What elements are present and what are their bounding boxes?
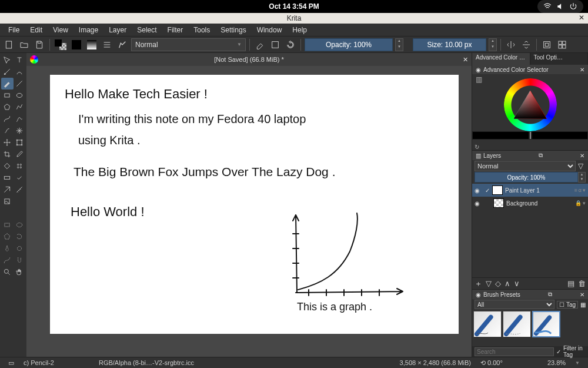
pattern-edit-tool[interactable] <box>14 160 26 172</box>
brush-preset[interactable] <box>532 311 560 337</box>
layers-float-icon[interactable]: ⧉ <box>539 152 543 159</box>
color-panel-close[interactable]: ✕ <box>580 67 584 73</box>
crop-tool[interactable] <box>1 148 14 160</box>
mirror-v-button[interactable] <box>520 38 533 51</box>
brush-close-icon[interactable]: ✕ <box>580 291 584 298</box>
free-select-tool[interactable] <box>14 231 26 243</box>
sb-zoom[interactable]: 23.8% <box>543 359 570 366</box>
lock-icon[interactable]: 🔒 <box>575 200 582 206</box>
pattern-swatch[interactable] <box>70 38 83 51</box>
preset-tag-filter[interactable]: All <box>475 300 554 309</box>
zoom-tool[interactable] <box>1 266 14 278</box>
brush-preset-button[interactable] <box>116 38 129 51</box>
visibility-icon[interactable]: ◉ <box>475 187 483 194</box>
layer-opacity-spinner[interactable]: ▲▼ <box>578 172 586 183</box>
layer-down-button[interactable]: ▽ <box>486 279 492 288</box>
window-close-button[interactable]: ✕ <box>579 14 584 22</box>
tab-close-button[interactable]: ✕ <box>463 56 468 64</box>
polygon-tool[interactable] <box>1 101 14 113</box>
opacity-spinner[interactable]: ▲▼ <box>395 38 403 51</box>
workspace-button[interactable] <box>556 38 569 51</box>
color-picker-tool[interactable] <box>14 148 26 160</box>
move-tool[interactable] <box>1 137 14 148</box>
contiguous-select-tool[interactable] <box>1 243 14 254</box>
layer-props-icon[interactable]: ≡ <box>574 187 577 193</box>
bezier-tool[interactable] <box>1 113 14 125</box>
ellipse-select-tool[interactable] <box>14 219 26 231</box>
layer-properties-button[interactable]: ▤ <box>567 279 574 288</box>
alpha-icon[interactable]: α <box>579 187 582 193</box>
duplicate-layer-button[interactable]: ◇ <box>495 279 501 288</box>
transform-tool[interactable] <box>1 54 14 66</box>
tag-button[interactable]: ☐ Tag <box>557 301 578 309</box>
fill-tool[interactable] <box>1 160 14 172</box>
menu-edit[interactable]: Edit <box>25 25 47 35</box>
mirror-h-button[interactable] <box>505 38 517 51</box>
menu-layer[interactable]: Layer <box>104 25 131 35</box>
color-history[interactable] <box>472 131 588 140</box>
multibrush-tool[interactable] <box>14 125 26 137</box>
alpha-lock-toggle[interactable] <box>269 38 282 51</box>
smart-patch-tool[interactable] <box>14 172 26 184</box>
dynamic-brush-tool[interactable] <box>1 125 14 137</box>
brush-preset[interactable] <box>503 311 531 337</box>
gradient-tool[interactable] <box>1 172 14 184</box>
tab-tool-options[interactable]: Tool Opti… <box>530 53 589 65</box>
new-file-button[interactable] <box>2 38 15 51</box>
open-file-button[interactable] <box>18 38 31 51</box>
menu-image[interactable]: Image <box>74 25 103 35</box>
fg-bg-color[interactable] <box>54 38 68 51</box>
ellipse-tool[interactable] <box>14 89 26 101</box>
menu-filter[interactable]: Filter <box>163 25 188 35</box>
layer-opacity-slider[interactable]: Opacity: 100% <box>475 172 578 183</box>
transform-selection-tool[interactable] <box>14 137 26 148</box>
layer-row[interactable]: ◉ ✓ Paint Layer 1 ≡α▾ <box>472 184 588 197</box>
preset-search-input[interactable] <box>475 347 554 356</box>
sb-selection-icon[interactable]: ▭ <box>4 359 19 367</box>
menu-help[interactable]: Help <box>288 25 312 35</box>
color-options-icon[interactable]: ▥ <box>476 75 482 84</box>
line-tool[interactable] <box>14 78 26 89</box>
gradient-swatch[interactable] <box>85 38 98 51</box>
freehand-brush-tool[interactable] <box>1 78 14 89</box>
brush-preset[interactable] <box>473 311 502 337</box>
edit-shapes-tool[interactable] <box>1 66 14 78</box>
canvas[interactable]: Hello Make Tech Easier ! I'm writing thi… <box>50 75 459 334</box>
magnetic-select-tool[interactable] <box>14 254 26 266</box>
add-layer-button[interactable]: ＋ <box>475 279 482 289</box>
menu-select[interactable]: Select <box>132 25 161 35</box>
reference-tool[interactable] <box>1 195 14 207</box>
sb-colorspace[interactable]: RGB/Alpha (8-bi…-V2-srgbtrc.icc <box>94 359 199 366</box>
freehand-path-tool[interactable] <box>14 113 26 125</box>
blend-mode-select[interactable]: Normal▼ <box>131 38 246 51</box>
menu-file[interactable]: File <box>4 25 24 35</box>
polyline-tool[interactable] <box>14 101 26 113</box>
layer-row[interactable]: ◉ Background 🔒▾ <box>472 197 588 210</box>
text-tool[interactable] <box>14 54 26 66</box>
menu-settings[interactable]: Settings <box>216 25 250 35</box>
rectangle-tool[interactable] <box>1 89 14 101</box>
menu-view[interactable]: View <box>48 25 73 35</box>
color-refresh-icon[interactable]: ↻ <box>475 144 479 150</box>
sb-angle[interactable]: ⟲ 0.00° <box>476 359 507 367</box>
bezier-select-tool[interactable] <box>1 254 14 266</box>
canvas-viewport[interactable]: Hello Make Tech Easier ! I'm writing thi… <box>26 66 472 357</box>
visibility-icon[interactable]: ◉ <box>475 200 483 207</box>
poly-select-tool[interactable] <box>1 231 14 243</box>
calligraphy-tool[interactable] <box>14 66 26 78</box>
delete-layer-button[interactable]: 🗑 <box>578 279 586 288</box>
move-up-button[interactable]: ∧ <box>505 279 510 288</box>
opacity-slider[interactable]: Opacity: 100% <box>305 38 393 51</box>
save-button[interactable] <box>33 38 46 51</box>
move-down-button[interactable]: ∨ <box>514 279 520 288</box>
document-tab[interactable]: [Not Saved] (66.8 MiB) * ✕ <box>26 53 472 66</box>
reload-brush-button[interactable] <box>284 38 297 51</box>
brush-float-icon[interactable]: ⧉ <box>548 291 552 298</box>
tab-color-selector[interactable]: Advanced Color Selec… <box>472 53 530 65</box>
layer-blend-select[interactable]: Normal <box>475 161 576 171</box>
advanced-color-selector[interactable]: ▥ <box>472 74 588 142</box>
brush-settings-button[interactable] <box>101 38 113 51</box>
layer-filter-icon[interactable]: ▽ <box>576 162 586 170</box>
layers-close-icon[interactable]: ✕ <box>580 152 584 159</box>
menu-tools[interactable]: Tools <box>189 25 215 35</box>
